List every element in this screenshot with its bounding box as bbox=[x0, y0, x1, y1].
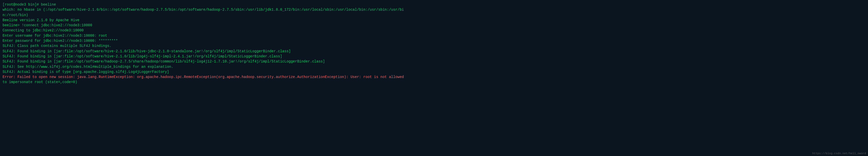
terminal-line-15: Error: Failed to open new session: java.… bbox=[3, 74, 865, 80]
terminal-line-12: SLF4J: Found binding in [jar:file:/opt/s… bbox=[3, 59, 865, 64]
terminal-window: [root@node3 bin]# beelinewhich: no hbase… bbox=[0, 0, 868, 156]
terminal-line-7: Enter username for jdbc:hive2://node3:10… bbox=[3, 33, 865, 38]
terminal-line-13: SLF4J: See http://www.slf4j.org/codes.ht… bbox=[3, 64, 865, 69]
terminal-line-5: beeline> !connect jdbc:hive2://node3:100… bbox=[3, 23, 865, 28]
terminal-line-16: to impersonate root (state=,code=0) bbox=[3, 80, 865, 85]
terminal-line-2: which: no hbase in (:/opt/software/hive-… bbox=[3, 7, 865, 12]
watermark: https://blog.csdn.net/hell_oword bbox=[812, 152, 866, 155]
terminal-line-11: SLF4J: Found binding in [jar:file:/opt/s… bbox=[3, 54, 865, 59]
terminal-line-14: SLF4J: Actual binding is of type [org.ap… bbox=[3, 69, 865, 74]
terminal-line-10: SLF4J: Found binding in [jar:file:/opt/s… bbox=[3, 49, 865, 54]
terminal-line-1: [root@node3 bin]# beeline bbox=[3, 2, 865, 7]
terminal-line-3: n:/root/bin) bbox=[3, 12, 865, 18]
terminal-line-4: Beeline version 2.1.0 by Apache Hive bbox=[3, 18, 865, 23]
terminal-line-8: Enter password for jdbc:hive2://node3:10… bbox=[3, 38, 865, 43]
terminal-output: [root@node3 bin]# beelinewhich: no hbase… bbox=[3, 2, 865, 85]
terminal-line-9: SLF4J: Class path contains multiple SLF4… bbox=[3, 43, 865, 48]
terminal-line-6: Connecting to jdbc:hive2://node3:10000 bbox=[3, 28, 865, 33]
